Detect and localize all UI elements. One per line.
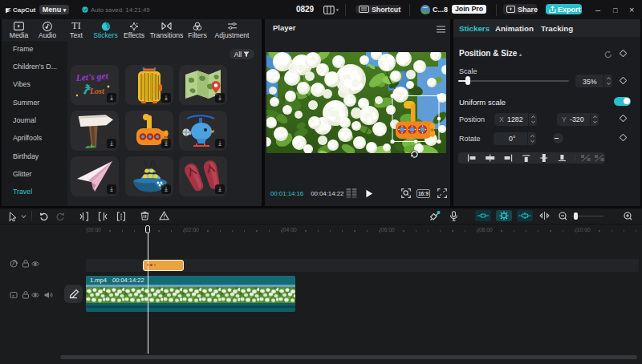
- svg-text:Let's get: Let's get: [75, 71, 109, 83]
- svg-text:Lost: Lost: [89, 87, 105, 95]
